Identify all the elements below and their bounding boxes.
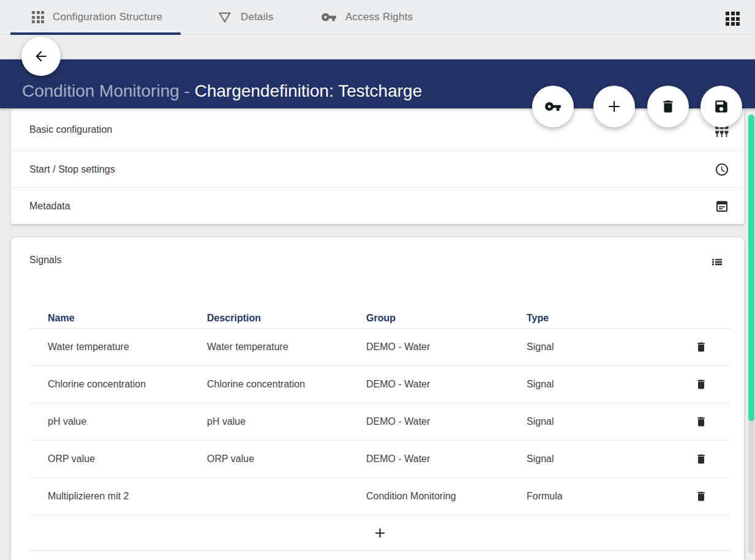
cell-description: Chlorine concentration xyxy=(207,379,366,390)
delete-fab[interactable] xyxy=(652,90,685,123)
cell-group: DEMO - Water xyxy=(366,342,527,353)
grid-dots-icon xyxy=(32,11,44,23)
top-tab-bar: Configuration Structure Details Access R… xyxy=(0,0,755,35)
cell-type: Signal xyxy=(527,379,672,390)
vertical-scrollbar[interactable] xyxy=(748,114,754,554)
trash-icon xyxy=(695,378,707,391)
table-row[interactable]: ORP value ORP value DEMO - Water Signal xyxy=(29,441,731,478)
save-fab[interactable] xyxy=(705,90,738,123)
section-basic-configuration[interactable]: Basic configuration xyxy=(11,109,744,151)
tab-label: Details xyxy=(241,11,273,23)
config-sections: Basic configuration Start / Stop setting… xyxy=(11,109,744,224)
plus-icon xyxy=(605,97,623,116)
trash-icon xyxy=(695,490,707,503)
apps-grid-icon xyxy=(726,12,740,26)
section-start-stop-settings[interactable]: Start / Stop settings xyxy=(11,151,744,187)
cell-type: Signal xyxy=(527,416,672,427)
tab-label: Access Rights xyxy=(345,11,413,23)
cell-name: pH value xyxy=(48,416,207,427)
cell-name: Chlorine concentration xyxy=(48,379,207,390)
cell-name: ORP value xyxy=(48,454,207,465)
tab-details[interactable]: Details xyxy=(217,0,273,34)
triangle-icon xyxy=(217,10,232,24)
scrollbar-thumb[interactable] xyxy=(748,114,754,421)
title-prefix: Condition Monitoring - xyxy=(22,81,195,100)
table-row[interactable]: pH value pH value DEMO - Water Signal xyxy=(29,403,731,441)
cell-group: DEMO - Water xyxy=(366,416,527,427)
add-signal-button[interactable]: + xyxy=(362,524,398,542)
cell-description: pH value xyxy=(207,416,366,427)
table-row[interactable]: Multiplizieren mit 2 Condition Monitorin… xyxy=(29,478,731,515)
tab-access-rights[interactable]: Access Rights xyxy=(321,0,413,34)
row-delete-button[interactable] xyxy=(692,450,710,468)
app-screen: Configuration Structure Details Access R… xyxy=(0,0,755,560)
signals-title: Signals xyxy=(29,255,61,266)
table-header-row: Name Description Group Type xyxy=(29,308,731,329)
arrow-left-icon xyxy=(33,48,49,64)
active-tab-indicator xyxy=(10,32,181,35)
cell-name: Multiplizieren mit 2 xyxy=(48,491,207,502)
key-icon xyxy=(544,98,562,115)
add-signal-row: + xyxy=(29,515,731,551)
signals-table: Name Description Group Type Water temper… xyxy=(29,308,731,551)
list-icon xyxy=(710,255,724,269)
section-label: Metadata xyxy=(29,201,70,212)
row-delete-button[interactable] xyxy=(692,338,710,356)
tab-label: Configuration Structure xyxy=(53,11,162,23)
cell-group: DEMO - Water xyxy=(366,454,527,465)
table-body: Water temperature Water temperature DEMO… xyxy=(29,329,731,515)
col-header-name: Name xyxy=(48,313,207,324)
col-header-description: Description xyxy=(207,313,366,324)
col-header-group: Group xyxy=(366,313,527,324)
cell-group: Condition Monitoring xyxy=(366,491,527,502)
trash-icon xyxy=(660,99,676,114)
apps-menu-button[interactable] xyxy=(726,12,740,26)
access-rights-fab[interactable] xyxy=(536,90,569,123)
calendar-icon xyxy=(715,199,729,214)
cell-description: ORP value xyxy=(207,454,366,465)
trash-icon xyxy=(695,452,707,466)
clock-icon xyxy=(715,162,729,177)
section-metadata[interactable]: Metadata xyxy=(11,187,744,224)
cell-description: Water temperature xyxy=(207,342,366,353)
save-icon xyxy=(713,99,729,114)
col-header-type: Type xyxy=(527,313,672,324)
cell-type: Signal xyxy=(527,342,672,353)
add-fab[interactable] xyxy=(598,90,631,123)
trash-icon xyxy=(695,415,707,428)
row-delete-button[interactable] xyxy=(692,375,710,394)
cell-group: DEMO - Water xyxy=(366,379,527,390)
row-delete-button[interactable] xyxy=(692,413,710,431)
trash-icon xyxy=(695,340,707,354)
row-delete-button[interactable] xyxy=(692,487,710,506)
key-icon xyxy=(321,9,337,25)
page-title: Condition Monitoring - Chargendefinition… xyxy=(22,81,422,101)
section-label: Start / Stop settings xyxy=(29,164,115,175)
tab-configuration-structure[interactable]: Configuration Structure xyxy=(32,0,162,34)
section-label: Basic configuration xyxy=(29,124,112,135)
title-main: Chargendefinition: Testcharge xyxy=(195,81,423,100)
table-row[interactable]: Chlorine concentration Chlorine concentr… xyxy=(29,366,731,403)
table-row[interactable]: Water temperature Water temperature DEMO… xyxy=(29,329,731,366)
cell-name: Water temperature xyxy=(48,342,207,353)
cell-type: Formula xyxy=(527,491,672,502)
back-button[interactable] xyxy=(26,41,56,72)
signals-card: Signals Name Description Group Type Wate… xyxy=(11,237,744,560)
cell-type: Signal xyxy=(527,454,672,465)
